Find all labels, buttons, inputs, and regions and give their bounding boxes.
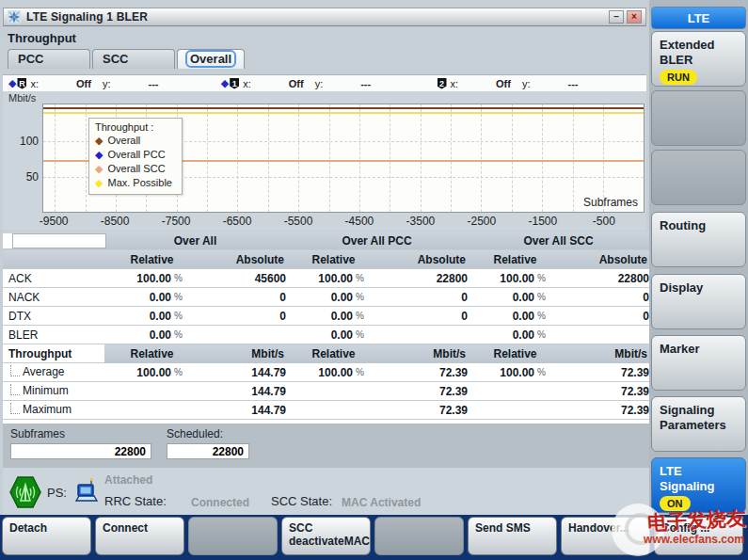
table-subheader-absolute: Absolute [563,253,649,266]
throughput-subheader-mbits: Mbit/s [563,347,649,360]
marker-badge-icon: R [17,78,26,89]
marker-y-value: --- [360,78,371,89]
throughput-subheader-band: RelativeMbit/sRelativeMbit/sRelativeMbit… [104,344,649,363]
close-button[interactable]: × [627,10,642,24]
sidebar: LTE ExtendedBLERRUNRoutingDisplayMarkerS… [649,0,748,515]
table-cell-value: 100.00 [286,366,353,379]
softkey-handover-[interactable]: Handover... [561,517,650,555]
trace-overall [43,107,644,109]
table-cell-value: 72.39 [563,404,649,417]
table-cell-value: 144.79 [199,404,286,417]
trace-max-possible [43,112,644,114]
table-subheader-relative: Relative [286,253,381,266]
softkey-send-sms[interactable]: Send SMS [468,517,557,555]
table-subheader-relative: Relative [104,253,199,266]
subframes-field[interactable]: 22800 [10,443,151,459]
table-cell-value: 144.79 [199,366,286,379]
table-cell-unit: % [353,367,381,377]
marker-y-label: y: [315,78,324,89]
marker-x-value: Off [76,78,91,89]
gridline-vertical [390,104,390,212]
table-row-maximum: Maximum144.7972.3972.39 [3,401,649,420]
softkey-config-[interactable]: Config ... [654,517,743,555]
throughput-subheader-mbits: Mbit/s [381,347,468,360]
softkey-connect[interactable]: Connect [95,517,184,555]
softkey-empty-2[interactable] [188,517,278,555]
gridline-vertical [481,104,482,212]
softkey-label: Send SMS [475,521,556,535]
x-tick-label: -8500 [101,215,130,228]
page-title: Throughput [8,31,76,45]
throughput-subheader-mbits: Mbit/s [199,347,286,360]
sidebar-button-routing[interactable]: Routing [651,212,746,267]
x-tick-label: -2500 [468,215,497,228]
table-cell-unit: % [534,311,563,321]
sidebar-header-lte[interactable]: LTE [651,7,746,29]
legend-title: Throughput : [95,121,172,133]
marker-y-value: --- [568,78,579,89]
tab-pcc[interactable]: PCC [8,49,90,69]
legend-label: Overall PCC [107,148,165,162]
table-group-header: Over All SCC [468,234,649,248]
marker-diamond-icon: ◆ [221,77,229,89]
gridline-vertical [542,104,543,212]
legend-marker-icon: ◆ [95,162,103,176]
table-throughput-header-row: ThroughputRelativeMbit/sRelativeMbit/sRe… [3,344,649,363]
table-cell-value: 0.00 [104,310,171,323]
marker-x-value: Off [289,78,304,89]
table-cell-value: 100.00 [104,366,171,379]
sidebar-button-extended[interactable]: ExtendedBLERRUN [651,31,746,87]
chart-legend: Throughput : ◆Overall◆Overall PCC◆Overal… [88,118,183,195]
softkey-scc[interactable]: SCCdeactivateMAC [281,517,371,555]
sidebar-button-marker[interactable]: Marker [651,335,746,391]
tab-overall[interactable]: Overall [177,49,245,69]
softkey-label: Detach [9,521,90,535]
minimize-button[interactable]: – [609,10,624,24]
rohde-schwarz-logo-icon [8,10,21,24]
softkey-detach[interactable]: Detach [2,517,91,555]
sidebar-button-lte[interactable]: LTESignalingON [651,457,746,513]
table-cell-value: 0.00 [468,310,534,323]
table-row-average: Average100.00%144.79100.00%72.39100.00%7… [3,363,649,382]
tree-connector [10,384,20,395]
window-title: LTE Signaling 1 BLER [26,10,148,24]
scc-state-value: MAC Activated [342,496,421,509]
table-cell-value: 0.00 [468,291,534,304]
tab-label: SCC [103,52,128,66]
table-cell-value: 0 [563,291,649,304]
sidebar-button-label: Parameters [660,418,745,433]
table-row-label: Maximum [3,403,104,418]
x-tick-label: -5500 [284,215,313,228]
table-cell-value: 100.00 [104,272,171,285]
ps-label: PS: [47,486,67,500]
gridline-vertical [421,104,422,212]
softkey-bar: DetachConnectSCCdeactivateMACSend SMSHan… [0,515,748,560]
marker-x-label: x: [243,78,251,89]
table-cell-value: 0.00 [104,291,171,304]
table-row-minimum: Minimum144.7972.3972.39 [3,382,649,401]
softkey-empty-4[interactable] [374,517,464,555]
table-row-dtx: DTX0.00%00.00%00.00%0 [3,307,649,326]
scheduled-field[interactable]: 22800 [167,443,249,459]
rrc-state-value: Connected [191,496,249,509]
sidebar-button-signaling[interactable]: SignalingParameters [651,396,746,452]
sidebar-button-display[interactable]: Display [651,274,746,329]
sidebar-button-label: Extended [660,38,745,53]
gridline-vertical [268,104,269,212]
throughput-chart: Mbit/s Subframes 50100 Throughput : ◆Ove… [3,91,646,231]
x-tick-label: -9500 [40,215,69,228]
sidebar-button-empty-2[interactable] [651,150,746,205]
gridline-vertical [573,104,574,212]
table-cell-value: 100.00 [468,366,534,379]
table-row-label: BLER [3,328,104,342]
tab-scc[interactable]: SCC [92,49,175,69]
table-cell-unit: % [171,273,199,283]
table-cell-unit: % [171,329,199,340]
sidebar-button-status-badge: RUN [660,70,697,85]
sidebar-button-empty-1[interactable] [651,90,746,146]
table-cell-value: 45600 [199,272,286,285]
table-cell-unit: % [353,292,381,302]
table-cell-value: 0.00 [104,328,171,342]
x-axis-label: Subframes [583,196,638,209]
table-cell-value: 0 [199,310,286,323]
